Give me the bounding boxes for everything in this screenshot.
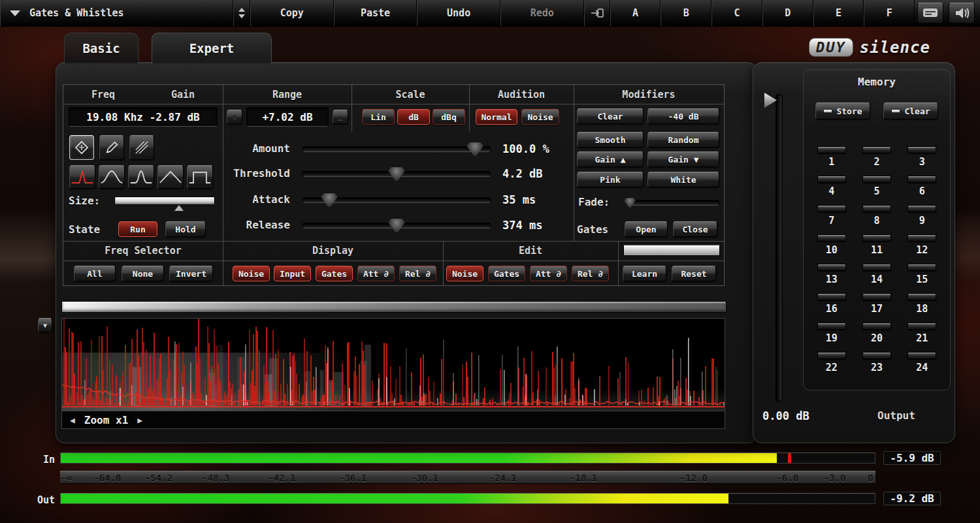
undo-button[interactable]: Undo — [417, 0, 500, 26]
edit-gates-button[interactable]: Gates — [488, 266, 525, 281]
hatch-tool-button[interactable] — [129, 135, 154, 160]
attack-slider[interactable] — [302, 197, 491, 203]
attack-slider-thumb[interactable] — [321, 193, 338, 207]
pencil-tool-button[interactable] — [99, 135, 124, 160]
zoom-out-button[interactable]: ◀ — [70, 415, 75, 425]
scale-dbq-button[interactable]: dBq — [433, 109, 465, 125]
audition-noise-button[interactable]: Noise — [521, 109, 559, 125]
shape-triangle-button[interactable] — [157, 165, 184, 189]
memory-slot-button[interactable] — [862, 205, 891, 212]
range-down-button[interactable]: ▼ — [227, 110, 242, 124]
display-noise-button[interactable]: Noise — [233, 266, 270, 281]
memory-slot-button[interactable] — [907, 234, 936, 242]
memory-slot-button[interactable] — [862, 176, 891, 183]
display-input-button[interactable]: Input — [274, 266, 311, 281]
memory-slot-button[interactable] — [862, 323, 891, 330]
redo-button[interactable]: Redo — [500, 0, 584, 26]
memory-slot-button[interactable] — [862, 352, 891, 359]
memory-slot-button[interactable] — [817, 293, 846, 300]
memory-store-button[interactable]: Store — [815, 103, 870, 119]
gates-open-button[interactable]: Open — [625, 221, 668, 237]
select-tool-button[interactable] — [69, 135, 94, 160]
threshold-slider[interactable] — [302, 171, 491, 177]
edit-rel-button[interactable]: Rel ∂ — [572, 266, 609, 281]
state-hold-button[interactable]: Hold — [165, 221, 206, 237]
freq-select-invert-button[interactable]: Invert — [169, 266, 213, 281]
modifier-gain-down-button[interactable]: Gain ▼ — [647, 151, 719, 167]
shape-wide-bell-button[interactable] — [99, 165, 125, 189]
memory-slot-button[interactable] — [817, 264, 846, 271]
freq-select-all-button[interactable]: All — [74, 266, 116, 281]
edit-noise-button[interactable]: Noise — [446, 266, 483, 281]
freq-select-none-button[interactable]: None — [122, 266, 164, 281]
fade-slider[interactable] — [627, 200, 719, 206]
paste-button[interactable]: Paste — [334, 0, 417, 26]
range-up-button[interactable]: ▲ — [333, 110, 348, 124]
memory-slot-button[interactable] — [862, 234, 891, 242]
memory-slot-button[interactable] — [817, 176, 846, 183]
preset-stepper[interactable] — [233, 0, 250, 26]
store-to-slot-button[interactable] — [584, 0, 610, 26]
preset-selector[interactable]: Gates & Whistles — [0, 0, 233, 26]
tab-expert[interactable]: Expert — [152, 33, 272, 63]
tab-basic[interactable]: Basic — [64, 33, 139, 63]
modifier-pink-button[interactable]: Pink — [577, 172, 644, 187]
memory-slot-button[interactable] — [817, 323, 846, 330]
memory-slot-button[interactable] — [907, 176, 936, 183]
modifier-random-button[interactable]: Random — [647, 132, 719, 148]
gates-close-button[interactable]: Close — [673, 221, 717, 237]
spectrum-marker-handle[interactable]: ▼ — [38, 318, 52, 332]
display-gates-button[interactable]: Gates — [316, 266, 353, 281]
edit-att-button[interactable]: Att ∂ — [530, 266, 567, 281]
memory-slot-button[interactable] — [907, 146, 936, 153]
shape-sharp-peak-button[interactable] — [69, 165, 95, 189]
slot-b-button[interactable]: B — [661, 0, 711, 26]
fade-slider-thumb[interactable] — [624, 198, 636, 208]
memory-slot-button[interactable] — [817, 205, 846, 212]
scale-db-button[interactable]: dB — [397, 109, 430, 125]
shape-square-button[interactable] — [187, 165, 213, 189]
memory-slot-button[interactable] — [907, 352, 936, 359]
modifier-gain-up-button[interactable]: Gain ▲ — [577, 151, 644, 167]
size-slider[interactable] — [114, 197, 215, 205]
zoom-in-button[interactable]: ▶ — [137, 415, 142, 425]
spectrum-display[interactable]: ◀ Zoom x1 ▶ — [61, 318, 725, 429]
learn-button[interactable]: Learn — [623, 266, 666, 281]
memory-slot-button[interactable] — [817, 234, 846, 242]
display-att-button[interactable]: Att ∂ — [357, 266, 395, 281]
scale-lin-button[interactable]: Lin — [362, 109, 395, 125]
memory-slot-button[interactable] — [907, 205, 936, 212]
modifier-smooth-button[interactable]: Smooth — [577, 132, 644, 148]
copy-button[interactable]: Copy — [250, 0, 334, 26]
slot-e-button[interactable]: E — [813, 0, 864, 26]
modifier-white-button[interactable]: White — [647, 172, 719, 187]
slot-c-button[interactable]: C — [711, 0, 762, 26]
memory-slot-button[interactable] — [862, 293, 891, 300]
memory-slot-button[interactable] — [862, 264, 891, 271]
release-slider-thumb[interactable] — [388, 219, 405, 232]
memory-slot-button[interactable] — [817, 146, 846, 153]
slot-a-button[interactable]: A — [610, 0, 661, 26]
output-fader-track[interactable] — [776, 94, 783, 402]
memory-slot-button[interactable] — [907, 264, 936, 271]
amount-slider[interactable] — [302, 146, 491, 152]
spectrum-canvas[interactable] — [62, 319, 725, 411]
modifier-minus40db-button[interactable]: -40 dB — [647, 108, 719, 124]
memory-slot-button[interactable] — [907, 293, 936, 300]
shape-narrow-bell-button[interactable] — [128, 165, 154, 189]
audition-normal-button[interactable]: Normal — [476, 109, 517, 125]
memory-slot-button[interactable] — [907, 323, 936, 330]
keyboard-button[interactable] — [917, 3, 943, 24]
display-rel-button[interactable]: Rel ∂ — [399, 266, 436, 281]
amount-slider-thumb[interactable] — [466, 142, 483, 156]
modifier-clear-button[interactable]: Clear — [577, 108, 644, 124]
audio-monitor-button[interactable] — [949, 3, 975, 24]
state-run-button[interactable]: Run — [118, 221, 157, 237]
reset-button[interactable]: Reset — [672, 266, 716, 281]
memory-slot-button[interactable] — [817, 352, 846, 359]
memory-clear-button[interactable]: Clear — [883, 103, 938, 119]
release-slider[interactable] — [302, 223, 491, 229]
memory-slot-button[interactable] — [862, 146, 891, 153]
slot-d-button[interactable]: D — [762, 0, 813, 26]
threshold-slider-thumb[interactable] — [388, 167, 405, 181]
